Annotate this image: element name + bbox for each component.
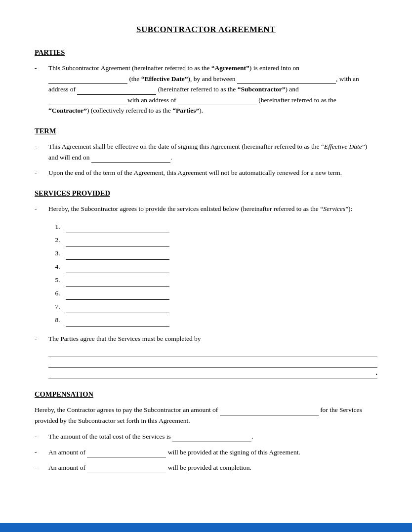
services-text-1: Hereby, the Subcontractor agrees to prov… [48,205,323,212]
comp-dash-2: - [35,447,48,458]
effective-date-blank[interactable] [48,78,127,84]
parties-text-1: This Subcontractor Agreement (hereinafte… [48,64,211,72]
page-container: SUBCONTRACTOR AGREEMENT PARTIES - This S… [0,0,412,532]
party1-name-blank[interactable] [237,78,336,84]
subcontractor-bold: “Subcontractor” [238,85,286,93]
term-heading: TERM [35,127,377,135]
services-italic: Services [323,205,345,212]
term-bullet2: - Upon the end of the term of the Agreem… [35,167,377,178]
term-dash-1: - [35,141,48,163]
services-heading: SERVICES PROVIDED [35,189,377,198]
parties-end: ). [199,107,203,114]
hereinafter-cont-text: (hereinafter referred to as the [258,96,336,104]
document-body: SUBCONTRACTOR AGREEMENT PARTIES - This S… [0,0,412,523]
service-line-4[interactable] [66,267,169,274]
list-item[interactable] [62,260,377,273]
term-dash-2: - [35,167,48,178]
completion-lines [48,346,377,378]
total-cost-blank[interactable] [172,435,251,442]
bottom-bar [0,523,412,532]
services-bullet1: - Hereby, the Subcontractor agrees to pr… [35,204,377,214]
comp-amount-blank[interactable] [220,409,319,415]
completion-line-1[interactable] [48,346,377,357]
comp-end-1: . [251,433,253,440]
list-item[interactable] [62,286,377,300]
comp-text-3b: will be provided at completion. [168,464,251,471]
service-line-3[interactable] [66,253,169,260]
bullet-dash: - [35,63,48,116]
agreement-bold: “Agreement” [211,64,249,72]
completion-line-2[interactable] [48,357,377,368]
document-title: SUBCONTRACTOR AGREEMENT [35,25,377,35]
comp-bullet1: - The amount of the total cost of the Se… [35,431,377,442]
effective-date-bold: “Effective Date” [141,75,188,82]
services-text-2: ”): [345,205,352,212]
comp-dash-3: - [35,462,48,473]
collectively-text: ) (collectively referred to as the [87,107,171,114]
term-bullet1: - This Agreement shall be effective on t… [35,141,377,163]
comp-content-2: An amount of will be provided at the sig… [48,447,377,458]
term-text-1: This Agreement shall be effective on the… [48,143,324,150]
party2-address-blank[interactable] [178,99,257,106]
completion-text: The Parties agree that the Services must… [48,335,201,342]
term-period: . [170,154,172,161]
parties-intro-item: - This Subcontractor Agreement (hereinaf… [35,63,377,116]
comp-bullet3: - An amount of will be provided at compl… [35,462,377,473]
compensation-intro: Hereby, the Contractor agrees to pay the… [35,405,377,427]
parties-intro-content: This Subcontractor Agreement (hereinafte… [48,63,377,116]
list-item[interactable] [62,233,377,246]
comp-content-1: The amount of the total cost of the Serv… [48,431,377,442]
comp-dash-1: - [35,431,48,442]
comp-intro-text-1: Hereby, the Contractor agrees to pay the… [35,406,218,413]
list-item[interactable] [62,313,377,327]
comp-content-3: An amount of will be provided at complet… [48,462,377,473]
list-item[interactable] [62,300,377,313]
comp-text-1: The amount of the total cost of the Serv… [48,433,171,440]
service-line-8[interactable] [66,320,169,327]
term-content-1: This Agreement shall be effective on the… [48,141,377,163]
list-item[interactable] [62,246,377,260]
signing-amount-blank[interactable] [87,451,166,458]
parties-heading: PARTIES [35,48,377,57]
hereinafter-sub-text: (hereinafter referred to as the [158,85,236,93]
with-address-text-2: with an address of [127,96,176,104]
services-bullet2: - The Parties agree that the Services mu… [35,333,377,379]
parties-text-2: ) is entered into on [249,64,299,72]
list-item[interactable] [62,273,377,286]
party2-name-blank[interactable] [48,99,127,106]
end-date-blank[interactable] [91,156,170,163]
list-item[interactable] [62,220,377,233]
contractor-bold: “Contractor” [48,107,87,114]
services-dash-1: - [35,204,48,214]
service-line-2[interactable] [66,240,169,247]
and-text: and [289,85,299,93]
completion-amount-blank[interactable] [87,467,166,474]
services-dash-2: - [35,333,48,379]
by-and-between-text: by and between [194,75,236,82]
comp-text-2a: An amount of [48,449,85,456]
completion-line-3[interactable] [48,368,377,378]
term-content-2: Upon the end of the term of the Agreemen… [48,167,377,178]
services-completion-content: The Parties agree that the Services must… [48,333,377,379]
service-line-1[interactable] [66,227,169,234]
service-line-7[interactable] [66,307,169,314]
effective-date-italic: Effective Date [324,143,362,150]
comp-text-3a: An amount of [48,464,85,471]
service-line-5[interactable] [66,280,169,287]
comp-text-2b: will be provided at the signing of this … [168,449,300,456]
parties-bold: “Parties” [172,107,199,114]
services-content-1: Hereby, the Subcontractor agrees to prov… [48,204,377,214]
compensation-heading: COMPENSATION [35,390,377,399]
services-list [62,220,377,327]
service-line-6[interactable] [66,293,169,300]
comp-bullet2: - An amount of will be provided at the s… [35,447,377,458]
party1-address-blank[interactable] [77,88,156,95]
